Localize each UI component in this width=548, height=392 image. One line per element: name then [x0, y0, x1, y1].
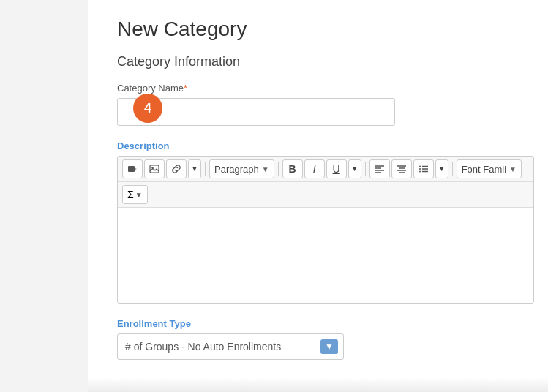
editor-body[interactable]	[118, 208, 533, 303]
page-title: New Category	[117, 18, 519, 41]
category-name-label: Category Name*	[117, 83, 519, 94]
editor-toolbar-row1: ▼ Paragraph ▼ B I U ▼	[118, 157, 533, 182]
toolbar-separator-3	[365, 162, 366, 176]
bottom-shadow	[88, 377, 548, 392]
toolbar-separator-2	[278, 162, 279, 176]
enrollment-type-select[interactable]: # of Groups - No Auto Enrollments Auto E…	[117, 333, 344, 360]
required-indicator: *	[184, 83, 187, 94]
description-label: Description	[117, 140, 519, 151]
rich-text-editor: ▼ Paragraph ▼ B I U ▼	[117, 156, 534, 304]
category-name-field: Category Name*	[117, 83, 519, 126]
step-badge: 4	[133, 94, 162, 123]
svg-point-14	[419, 168, 421, 170]
paragraph-dropdown[interactable]: Paragraph ▼	[209, 159, 274, 178]
link-dropdown-button[interactable]: ▼	[188, 159, 201, 178]
section-title: Category Information	[117, 54, 519, 69]
svg-marker-1	[135, 168, 137, 170]
paragraph-chevron: ▼	[262, 165, 269, 173]
align-left-button[interactable]	[369, 159, 390, 178]
italic-button[interactable]: I	[304, 159, 325, 178]
bold-button[interactable]: B	[282, 159, 303, 178]
sigma-dropdown-arrow: ▼	[135, 191, 143, 199]
video-button[interactable]	[122, 159, 143, 178]
enrollment-type-label: Enrollment Type	[117, 318, 519, 329]
enrollment-dropdown-wrapper: # of Groups - No Auto Enrollments Auto E…	[117, 333, 344, 360]
editor-toolbar-row2: Σ ▼	[118, 182, 533, 208]
toolbar-separator-4	[452, 162, 453, 176]
font-family-chevron: ▼	[509, 165, 517, 173]
font-family-dropdown[interactable]: Font Famil ▼	[457, 159, 522, 178]
svg-point-12	[419, 166, 421, 167]
svg-rect-0	[128, 166, 135, 172]
description-section: Description	[117, 140, 519, 304]
enrollment-type-section: Enrollment Type # of Groups - No Auto En…	[117, 318, 519, 360]
list-options-button[interactable]: ▼	[435, 159, 448, 178]
text-options-button[interactable]: ▼	[348, 159, 361, 178]
sigma-button[interactable]: Σ ▼	[122, 185, 148, 204]
link-button[interactable]	[166, 159, 187, 178]
toolbar-separator-1	[205, 162, 206, 176]
align-center-button[interactable]	[391, 159, 412, 178]
image-button[interactable]	[144, 159, 165, 178]
svg-rect-2	[150, 165, 159, 173]
main-content: 4 New Category Category Information Cate…	[88, 0, 548, 392]
list-button[interactable]	[413, 159, 434, 178]
underline-button[interactable]: U	[326, 159, 347, 178]
svg-point-16	[419, 171, 421, 173]
